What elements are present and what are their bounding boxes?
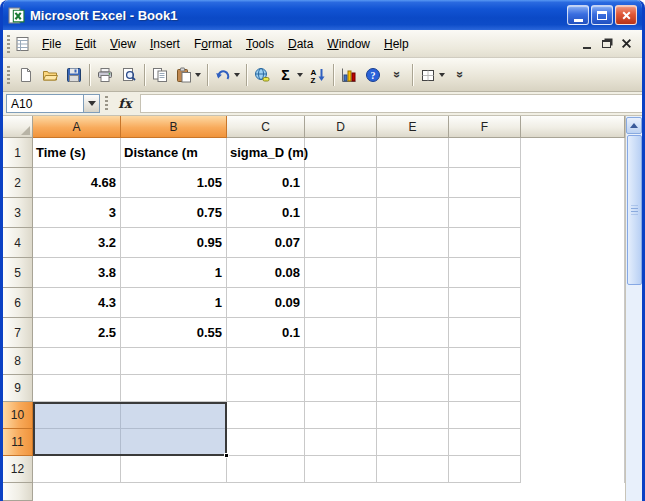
scroll-up-button[interactable]	[626, 117, 642, 134]
cell-E10[interactable]	[377, 402, 449, 429]
menu-edit[interactable]: Edit	[68, 33, 103, 55]
cell-E12[interactable]	[377, 456, 449, 483]
toolbar-options-button[interactable]: »	[385, 63, 409, 87]
cell-A1[interactable]: Time (s)	[33, 138, 121, 168]
toolbar-grip[interactable]	[7, 66, 10, 84]
cell-B10[interactable]	[121, 402, 227, 429]
cell-B12[interactable]	[121, 456, 227, 483]
cell-C3[interactable]: 0.1	[227, 198, 305, 228]
autosum-button[interactable]: Σ	[274, 63, 306, 87]
cell-C11[interactable]	[227, 429, 305, 456]
cell-C8[interactable]	[227, 348, 305, 375]
cell-D6[interactable]	[305, 288, 377, 318]
column-header-C[interactable]: C	[227, 116, 305, 138]
cell-C9[interactable]	[227, 375, 305, 402]
formula-input[interactable]	[140, 94, 642, 113]
cell-filler[interactable]	[521, 318, 625, 348]
cell-E8[interactable]	[377, 348, 449, 375]
menu-window[interactable]: Window	[320, 33, 377, 55]
cell-D3[interactable]	[305, 198, 377, 228]
cell-A8[interactable]	[33, 348, 121, 375]
cell-F3[interactable]	[449, 198, 521, 228]
cell-F7[interactable]	[449, 318, 521, 348]
cell-A12[interactable]	[33, 456, 121, 483]
column-header-E[interactable]: E	[377, 116, 449, 138]
menu-data[interactable]: Data	[281, 33, 320, 55]
row-header-11[interactable]: 11	[3, 429, 33, 456]
close-button[interactable]	[615, 5, 637, 25]
row-header-4[interactable]: 4	[3, 228, 33, 258]
cell-F1[interactable]	[449, 138, 521, 168]
cell-filler[interactable]	[521, 258, 625, 288]
sort-ascending-button[interactable]: AZ	[306, 63, 330, 87]
copy-button[interactable]	[148, 63, 172, 87]
cell-D11[interactable]	[305, 429, 377, 456]
cell-B8[interactable]	[121, 348, 227, 375]
cell-B7[interactable]: 0.55	[121, 318, 227, 348]
workbook-icon[interactable]	[15, 36, 31, 52]
paste-button[interactable]	[172, 63, 204, 87]
cell-filler[interactable]	[521, 288, 625, 318]
cell-D9[interactable]	[305, 375, 377, 402]
menu-format[interactable]: Format	[187, 33, 239, 55]
borders-dropdown-arrow[interactable]	[439, 73, 445, 80]
row-header-12[interactable]: 12	[3, 456, 33, 483]
cell-A10[interactable]	[33, 402, 121, 429]
undo-dropdown-arrow[interactable]	[234, 73, 240, 80]
insert-hyperlink-button[interactable]	[250, 63, 274, 87]
cell-A4[interactable]: 3.2	[33, 228, 121, 258]
cell-A9[interactable]	[33, 375, 121, 402]
maximize-button[interactable]	[591, 5, 613, 25]
workbook-restore-button[interactable]	[597, 35, 616, 52]
cell-C10[interactable]	[227, 402, 305, 429]
cell-filler[interactable]	[521, 456, 625, 483]
column-header-A[interactable]: A	[33, 116, 121, 138]
cell-E1[interactable]	[377, 138, 449, 168]
print-button[interactable]	[93, 63, 117, 87]
cell-D8[interactable]	[305, 348, 377, 375]
column-header-D[interactable]: D	[305, 116, 377, 138]
cell-D2[interactable]	[305, 168, 377, 198]
row-header-6[interactable]: 6	[3, 288, 33, 318]
cell-A6[interactable]: 4.3	[33, 288, 121, 318]
minimize-button[interactable]	[567, 5, 589, 25]
menu-help[interactable]: Help	[377, 33, 416, 55]
chart-wizard-button[interactable]	[337, 63, 361, 87]
cell-E11[interactable]	[377, 429, 449, 456]
row-header-9[interactable]: 9	[3, 375, 33, 402]
cell-E3[interactable]	[377, 198, 449, 228]
autosum-dropdown-arrow[interactable]	[297, 73, 303, 80]
cell-B1[interactable]: Distance (m	[121, 138, 227, 168]
cell-F2[interactable]	[449, 168, 521, 198]
menu-insert[interactable]: Insert	[143, 33, 187, 55]
cell-F11[interactable]	[449, 429, 521, 456]
cell-D7[interactable]	[305, 318, 377, 348]
save-button[interactable]	[62, 63, 86, 87]
cell-E5[interactable]	[377, 258, 449, 288]
workbook-close-button[interactable]	[617, 35, 636, 52]
help-button[interactable]: ?	[361, 63, 385, 87]
workbook-minimize-button[interactable]	[577, 35, 596, 52]
cell-E7[interactable]	[377, 318, 449, 348]
cell-D5[interactable]	[305, 258, 377, 288]
name-box-dropdown[interactable]	[84, 94, 100, 113]
cell-B9[interactable]	[121, 375, 227, 402]
cell-C6[interactable]: 0.09	[227, 288, 305, 318]
cell-B3[interactable]: 0.75	[121, 198, 227, 228]
cell-D12[interactable]	[305, 456, 377, 483]
row-header-3[interactable]: 3	[3, 198, 33, 228]
cell-filler[interactable]	[521, 402, 625, 429]
paste-dropdown-arrow[interactable]	[195, 73, 201, 80]
cell-F10[interactable]	[449, 402, 521, 429]
menu-tools[interactable]: Tools	[239, 33, 281, 55]
cell-B11[interactable]	[121, 429, 227, 456]
cell-filler[interactable]	[521, 375, 625, 402]
menu-grip[interactable]	[7, 35, 10, 53]
cell-B6[interactable]: 1	[121, 288, 227, 318]
cell-A3[interactable]: 3	[33, 198, 121, 228]
cell-filler[interactable]	[521, 228, 625, 258]
cell-E9[interactable]	[377, 375, 449, 402]
cell-B2[interactable]: 1.05	[121, 168, 227, 198]
titlebar[interactable]: Microsoft Excel - Book1	[3, 0, 642, 30]
cell-F12[interactable]	[449, 456, 521, 483]
